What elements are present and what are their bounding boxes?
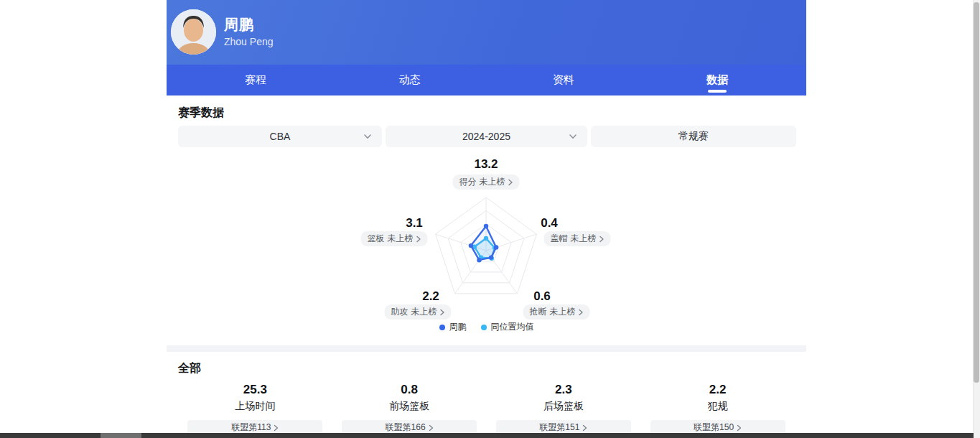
league-select[interactable]: CBA: [178, 126, 382, 147]
rank-label: 未上榜: [388, 233, 414, 245]
player-avatar: [171, 9, 216, 55]
chevron-right-icon: [582, 424, 587, 432]
vertical-scrollbar-thumb[interactable]: [974, 2, 979, 383]
filter-row: CBA 2024-2025 常规赛: [178, 126, 796, 147]
chart-legend: 周鹏 同位置均值: [167, 321, 806, 333]
chevron-right-icon: [416, 236, 421, 243]
legend-label: 同位置均值: [491, 321, 534, 333]
radar-value-score: 13.2: [474, 157, 498, 172]
chevron-right-icon: [274, 424, 279, 432]
stat-col-defensive-rebounds: 2.3 后场篮板 联盟第151: [487, 383, 641, 435]
stat-label: 犯规: [640, 400, 795, 413]
chevron-right-icon: [440, 309, 445, 316]
tab-news[interactable]: 动态: [332, 65, 486, 95]
radar-value-rebound: 3.1: [406, 216, 423, 230]
browser-viewport: 周鹏 Zhou Peng 赛程 动态 资料 数据 赛季数据 CBA 2024-2…: [0, 0, 980, 438]
stat-col-fouls: 2.2 犯规 联盟第150: [640, 383, 795, 435]
stat-col-offensive-rebounds: 0.8 前场篮板 联盟第166: [332, 383, 487, 435]
stage-select-value: 常规赛: [678, 130, 709, 143]
stat-label: 上场时间: [178, 400, 332, 413]
stat-value: 2.3: [487, 383, 641, 397]
radar-rank-rebound[interactable]: 篮板 未上榜: [361, 231, 428, 246]
axis-label: 篮板: [368, 233, 385, 245]
stat-label: 后场篮板: [487, 400, 641, 413]
tab-news-label: 动态: [398, 73, 420, 87]
stat-label: 前场篮板: [332, 400, 487, 413]
legend-item-position-average[interactable]: 同位置均值: [481, 321, 534, 333]
radar-rank-block[interactable]: 盖帽 未上榜: [544, 231, 611, 246]
radar-rank-assist[interactable]: 助攻 未上榜: [385, 304, 452, 320]
radar-rank-steal[interactable]: 抢断 未上榜: [523, 304, 590, 320]
radar-rank-score[interactable]: 得分 未上榜: [453, 174, 520, 190]
chevron-down-icon: [363, 132, 372, 141]
axis-label: 盖帽: [551, 233, 568, 245]
chevron-right-icon: [579, 309, 584, 316]
stage-select[interactable]: 常规赛: [591, 126, 796, 147]
rank-label: 联盟第166: [386, 421, 426, 434]
legend-dot-icon: [439, 325, 445, 330]
active-tab-indicator: [708, 90, 727, 93]
rank-label: 联盟第151: [539, 421, 579, 434]
season-select[interactable]: 2024-2025: [386, 126, 587, 147]
chevron-right-icon: [737, 424, 742, 432]
avatar-photo-placeholder: [171, 9, 216, 55]
legend-item-player[interactable]: 周鹏: [439, 321, 467, 333]
horizontal-scrollbar-thumb[interactable]: [101, 433, 141, 438]
tab-schedule[interactable]: 赛程: [179, 65, 332, 95]
tab-bar: 赛程 动态 资料 数据: [167, 65, 806, 95]
tab-profile-label: 资料: [553, 73, 574, 87]
rank-label: 未上榜: [550, 306, 576, 318]
section-divider: [167, 345, 806, 352]
axis-label: 助攻: [391, 306, 409, 318]
radar-value-steal: 0.6: [533, 289, 551, 304]
stat-value: 25.3: [178, 383, 332, 397]
tab-profile[interactable]: 资料: [487, 65, 640, 95]
chevron-down-icon: [569, 132, 577, 141]
section-title-all: 全部: [178, 361, 201, 376]
rank-label: 联盟第113: [231, 421, 271, 434]
radar-value-assist: 2.2: [422, 289, 439, 304]
player-name: 周鹏: [224, 15, 254, 34]
tab-data-label: 数据: [706, 73, 728, 87]
legend-dot-icon: [481, 325, 487, 330]
tab-schedule-label: 赛程: [245, 73, 266, 87]
legend-label: 周鹏: [449, 321, 467, 333]
player-header: 周鹏 Zhou Peng: [167, 0, 806, 65]
stat-value: 0.8: [332, 383, 487, 397]
radar-value-block: 0.4: [541, 216, 558, 230]
axis-label: 抢断: [530, 306, 547, 318]
all-stats-grid: 25.3 上场时间 联盟第113 0.8 前场篮板 联盟第166 2.3 后场篮…: [178, 383, 795, 435]
chevron-right-icon: [429, 424, 434, 432]
player-data-page: 周鹏 Zhou Peng 赛程 动态 资料 数据 赛季数据 CBA 2024-2…: [167, 0, 806, 438]
rank-label: 未上榜: [571, 233, 597, 245]
stat-value: 2.2: [640, 383, 795, 397]
chevron-right-icon: [599, 236, 605, 243]
player-name-en: Zhou Peng: [224, 36, 274, 47]
rank-label: 未上榜: [411, 306, 437, 318]
horizontal-scrollbar-track[interactable]: [0, 433, 974, 438]
stat-col-minutes: 25.3 上场时间 联盟第113: [178, 383, 332, 435]
league-select-value: CBA: [270, 131, 291, 142]
section-title-season: 赛季数据: [178, 106, 224, 121]
rank-label: 未上榜: [480, 176, 505, 188]
axis-label: 得分: [459, 176, 477, 188]
rank-label: 联盟第150: [694, 421, 734, 434]
season-select-value: 2024-2025: [462, 131, 510, 142]
tab-data[interactable]: 数据: [640, 65, 794, 95]
chevron-right-icon: [508, 179, 513, 186]
